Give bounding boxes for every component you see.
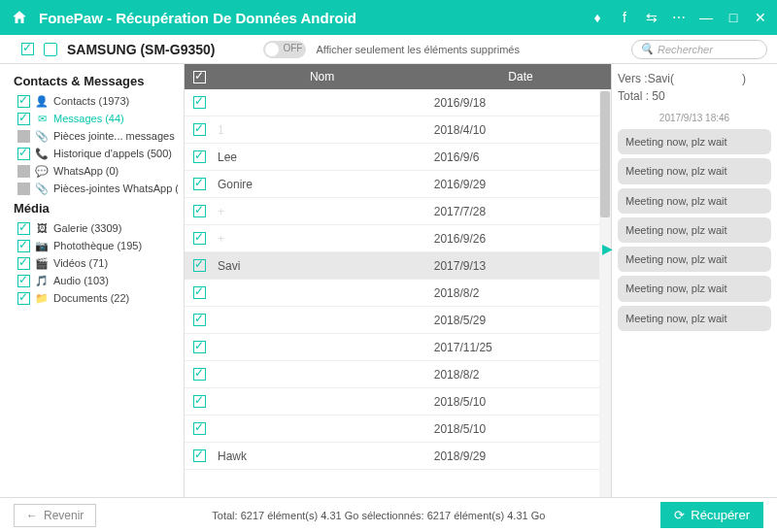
row-checkbox[interactable] xyxy=(193,314,206,326)
table-row[interactable]: Gonire2016/9/29 xyxy=(185,171,611,198)
table-row[interactable]: 2018/8/2 xyxy=(185,361,611,388)
recover-button[interactable]: ⟳ Récupérer xyxy=(660,502,763,528)
scrollbar-track[interactable] xyxy=(599,89,611,497)
message-table: Nom Date 2016/9/1812018/4/10Lee2016/9/6G… xyxy=(185,64,612,497)
sidebar-item[interactable]: 🎬Vidéos (71) xyxy=(17,254,178,272)
sidebar-item-checkbox[interactable] xyxy=(17,130,30,143)
preview-total: Total : 50 xyxy=(618,89,771,103)
table-row[interactable]: +2016/9/26 xyxy=(185,225,611,252)
back-arrow-icon: ← xyxy=(26,509,38,522)
sidebar-item-checkbox[interactable] xyxy=(17,275,30,287)
sidebar-item[interactable]: 📎Pièces-jointes WhatsApp (0) xyxy=(17,180,178,197)
device-checkbox[interactable] xyxy=(21,43,34,55)
row-checkbox[interactable] xyxy=(193,422,206,435)
sidebar-item[interactable]: 📷Photothèque (195) xyxy=(17,237,178,254)
table-row[interactable]: 2016/9/18 xyxy=(185,89,611,116)
row-checkbox[interactable] xyxy=(193,449,206,462)
table-row[interactable]: +2017/7/28 xyxy=(185,198,611,225)
sidebar-item-icon: 📎 xyxy=(35,129,49,143)
cell-nom: Gonire xyxy=(214,178,430,191)
row-checkbox[interactable] xyxy=(193,123,206,136)
row-checkbox[interactable] xyxy=(193,341,206,353)
preview-arrow-icon: ▶ xyxy=(602,241,613,256)
col-date[interactable]: Date xyxy=(430,70,611,83)
sidebar-item-checkbox[interactable] xyxy=(17,240,30,252)
sidebar-item-label: Galerie (3309) xyxy=(53,222,121,234)
home-icon[interactable] xyxy=(6,4,33,31)
table-row[interactable]: 12018/4/10 xyxy=(185,116,611,144)
row-checkbox[interactable] xyxy=(193,150,206,163)
cell-date: 2018/5/10 xyxy=(430,395,611,409)
close-icon[interactable]: ✕ xyxy=(750,7,771,28)
deleted-toggle[interactable]: OFF xyxy=(263,41,306,58)
search-input[interactable]: 🔍 Rechercher xyxy=(631,40,767,59)
sidebar-item-icon: 🎬 xyxy=(35,256,49,270)
scrollbar-thumb[interactable] xyxy=(600,91,610,217)
table-row[interactable]: 2017/11/25 xyxy=(185,334,611,361)
col-nom[interactable]: Nom xyxy=(214,70,430,83)
row-checkbox[interactable] xyxy=(193,232,206,245)
cell-nom: Savi xyxy=(214,259,430,273)
table-row[interactable]: 2018/8/2 xyxy=(185,280,611,307)
message-bubble[interactable]: Meeting now, plz wait xyxy=(618,306,771,331)
sidebar-item-checkbox[interactable] xyxy=(17,292,30,305)
preview-thread-date: 2017/9/13 18:46 xyxy=(618,113,771,123)
cell-date: 2018/8/2 xyxy=(430,286,611,300)
row-checkbox[interactable] xyxy=(193,205,206,217)
cell-date: 2018/5/10 xyxy=(430,422,611,436)
facebook-icon[interactable]: f xyxy=(614,7,635,28)
sidebar-item-icon: 📷 xyxy=(35,239,49,252)
sidebar-item[interactable]: 💬WhatsApp (0) xyxy=(17,162,178,180)
row-checkbox[interactable] xyxy=(193,395,206,408)
sidebar-group-header: Média xyxy=(14,201,178,216)
message-bubble[interactable]: Meeting now, plz wait xyxy=(618,129,771,154)
sidebar-item-label: WhatsApp (0) xyxy=(53,165,118,177)
sidebar-item[interactable]: 📞Historique d'appels (500) xyxy=(17,145,178,162)
sidebar-item[interactable]: 🎵Audio (103) xyxy=(17,272,178,289)
sidebar-item-checkbox[interactable] xyxy=(17,165,30,178)
table-row[interactable]: 2018/5/10 xyxy=(185,388,611,416)
sidebar-item-checkbox[interactable] xyxy=(17,113,30,125)
sidebar-item-checkbox[interactable] xyxy=(17,257,30,270)
table-row[interactable]: 2018/5/10 xyxy=(185,416,611,443)
row-checkbox[interactable] xyxy=(193,178,206,190)
sidebar-item-label: Contacts (1973) xyxy=(53,95,129,107)
message-bubble[interactable]: Meeting now, plz wait xyxy=(618,247,771,272)
maximize-icon[interactable]: □ xyxy=(723,7,744,28)
message-bubble[interactable]: Meeting now, plz wait xyxy=(618,217,771,243)
table-row[interactable]: Lee2016/9/6 xyxy=(185,144,611,171)
table-row[interactable]: 2018/5/29 xyxy=(185,307,611,334)
filter-label: Afficher seulement les éléments supprimé… xyxy=(316,44,520,55)
sidebar-item-checkbox[interactable] xyxy=(17,148,30,160)
message-bubble[interactable]: Meeting now, plz wait xyxy=(618,158,771,183)
feedback-icon[interactable]: ⇆ xyxy=(641,7,662,28)
sidebar-item-checkbox[interactable] xyxy=(17,95,30,108)
row-checkbox[interactable] xyxy=(193,286,206,299)
sidebar-item-checkbox[interactable] xyxy=(17,222,30,235)
row-checkbox[interactable] xyxy=(193,96,206,109)
sidebar-item[interactable]: 🖼Galerie (3309) xyxy=(17,219,178,237)
sidebar-item[interactable]: 📁Documents (22) xyxy=(17,289,178,307)
footer: ← Revenir Total: 6217 élément(s) 4.31 Go… xyxy=(0,497,777,532)
row-checkbox[interactable] xyxy=(193,259,206,272)
table-row[interactable]: Savi2017/9/13 xyxy=(185,252,611,280)
sidebar-item[interactable]: 👤Contacts (1973) xyxy=(17,92,178,110)
table-body: 2016/9/1812018/4/10Lee2016/9/6Gonire2016… xyxy=(185,89,611,497)
message-bubble[interactable]: Meeting now, plz wait xyxy=(618,276,771,301)
refresh-icon: ⟳ xyxy=(674,508,685,522)
select-all-checkbox[interactable] xyxy=(193,71,206,83)
search-placeholder: Rechercher xyxy=(658,44,713,55)
sidebar-item-label: Pièces jointe... messages (0) xyxy=(53,130,178,142)
cell-date: 2018/8/2 xyxy=(430,368,611,382)
message-bubble[interactable]: Meeting now, plz wait xyxy=(618,188,771,214)
sidebar-item[interactable]: ✉Messages (44) xyxy=(17,110,178,127)
table-row[interactable]: Hawk2018/9/29 xyxy=(185,443,611,470)
sidebar-item-label: Pièces-jointes WhatsApp (0) xyxy=(53,183,178,194)
sidebar-item-checkbox[interactable] xyxy=(17,183,30,195)
row-checkbox[interactable] xyxy=(193,368,206,381)
sidebar-item[interactable]: 📎Pièces jointe... messages (0) xyxy=(17,127,178,145)
menu-icon[interactable]: ⋯ xyxy=(668,7,690,28)
back-button[interactable]: ← Revenir xyxy=(14,504,96,527)
diamond-icon[interactable]: ♦ xyxy=(587,7,608,28)
minimize-icon[interactable]: — xyxy=(695,7,717,28)
